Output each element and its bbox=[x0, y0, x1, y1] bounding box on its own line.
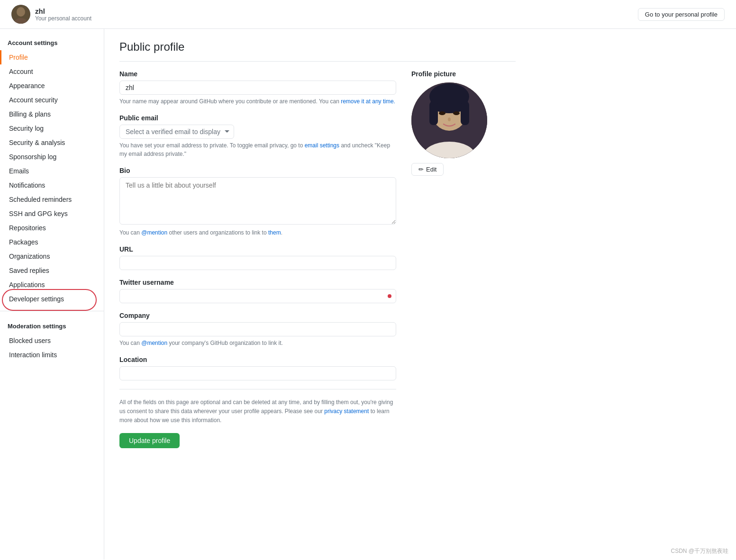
update-profile-button[interactable]: Update profile bbox=[119, 433, 180, 448]
watermark: CSDN @千万别熬夜哇 bbox=[671, 547, 728, 555]
name-input[interactable] bbox=[119, 81, 396, 95]
layout: Account settings Profile Account Appeara… bbox=[0, 29, 736, 560]
sidebar-item-emails[interactable]: Emails bbox=[0, 164, 104, 178]
bio-helper: You can @mention other users and organiz… bbox=[119, 228, 396, 237]
footer-note: All of the fields on this page are optio… bbox=[119, 398, 396, 425]
location-group: Location bbox=[119, 356, 396, 380]
twitter-validation-dot bbox=[388, 294, 391, 298]
sidebar-item-account[interactable]: Account bbox=[0, 64, 104, 79]
company-group: Company You can @mention your company's … bbox=[119, 312, 396, 347]
profile-picture-area: Profile picture bbox=[411, 70, 516, 448]
email-group: Public email Select a verified email to … bbox=[119, 114, 396, 158]
email-select[interactable]: Select a verified email to display bbox=[119, 125, 234, 139]
name-helper: Your name may appear around GitHub where… bbox=[119, 97, 396, 106]
sidebar-item-security-log[interactable]: Security log bbox=[0, 121, 104, 135]
form-area: Name Your name may appear around GitHub … bbox=[119, 70, 396, 448]
name-label: Name bbox=[119, 70, 396, 78]
go-to-profile-button[interactable]: Go to your personal profile bbox=[638, 8, 725, 21]
bio-mention: @mention bbox=[141, 229, 167, 236]
email-helper: You have set your email address to priva… bbox=[119, 141, 396, 158]
svg-point-9 bbox=[439, 111, 445, 115]
company-helper: You can @mention your company's GitHub o… bbox=[119, 339, 396, 347]
sidebar-item-developer-settings[interactable]: Developer settings bbox=[0, 292, 104, 306]
sidebar-item-repositories[interactable]: Repositories bbox=[0, 221, 104, 235]
page-title: Public profile bbox=[119, 40, 516, 62]
svg-point-11 bbox=[448, 117, 451, 121]
bio-helper-post: other users and organizations to link to bbox=[169, 229, 268, 236]
account-settings-title: Account settings bbox=[0, 36, 104, 50]
bio-group: Bio You can @mention other users and org… bbox=[119, 167, 396, 237]
profile-picture-svg bbox=[411, 82, 487, 158]
moderation-title: Moderation settings bbox=[0, 320, 104, 334]
email-label: Public email bbox=[119, 114, 396, 122]
email-settings-link[interactable]: email settings bbox=[305, 142, 339, 149]
edit-label: Edit bbox=[426, 166, 436, 173]
user-info: zhl Your personal account bbox=[11, 5, 91, 24]
profile-picture-inner bbox=[411, 82, 487, 158]
location-label: Location bbox=[119, 356, 396, 363]
company-mention: @mention bbox=[141, 340, 167, 346]
sidebar-item-security-analysis[interactable]: Security & analysis bbox=[0, 135, 104, 150]
bio-label: Bio bbox=[119, 167, 396, 174]
sidebar-item-profile[interactable]: Profile bbox=[0, 50, 104, 64]
username-label: zhl bbox=[35, 7, 91, 15]
moderation-section: Moderation settings Blocked users Intera… bbox=[0, 316, 104, 362]
pencil-icon: ✏ bbox=[418, 166, 424, 173]
twitter-label: Twitter username bbox=[119, 279, 396, 286]
sidebar-item-ssh-gpg[interactable]: SSH and GPG keys bbox=[0, 207, 104, 221]
personal-account-label: Your personal account bbox=[35, 15, 91, 22]
sidebar-item-scheduled-reminders[interactable]: Scheduled reminders bbox=[0, 192, 104, 207]
sidebar-item-packages[interactable]: Packages bbox=[0, 235, 104, 249]
sidebar: Account settings Profile Account Appeara… bbox=[0, 29, 104, 560]
svg-rect-8 bbox=[461, 101, 469, 125]
bio-them-link[interactable]: them bbox=[268, 229, 281, 236]
sidebar-item-appearance[interactable]: Appearance bbox=[0, 79, 104, 93]
twitter-input-wrapper bbox=[119, 289, 396, 303]
company-label: Company bbox=[119, 312, 396, 319]
content-grid: Name Your name may appear around GitHub … bbox=[119, 70, 516, 448]
sidebar-item-interaction-limits[interactable]: Interaction limits bbox=[0, 348, 104, 362]
sidebar-divider bbox=[0, 311, 104, 311]
sidebar-item-sponsorship-log[interactable]: Sponsorship log bbox=[0, 150, 104, 164]
sidebar-item-blocked-users[interactable]: Blocked users bbox=[0, 334, 104, 348]
sidebar-item-billing[interactable]: Billing & plans bbox=[0, 107, 104, 121]
name-group: Name Your name may appear around GitHub … bbox=[119, 70, 396, 106]
sidebar-item-account-security[interactable]: Account security bbox=[0, 93, 104, 107]
profile-picture-title: Profile picture bbox=[411, 70, 516, 78]
url-group: URL bbox=[119, 245, 396, 270]
bio-textarea[interactable] bbox=[119, 177, 396, 225]
sidebar-item-applications[interactable]: Applications bbox=[0, 278, 104, 292]
company-input[interactable] bbox=[119, 322, 396, 336]
sidebar-item-saved-replies[interactable]: Saved replies bbox=[0, 263, 104, 278]
svg-point-10 bbox=[453, 111, 460, 115]
svg-rect-7 bbox=[429, 101, 438, 125]
name-helper-link[interactable]: remove it at any time. bbox=[341, 98, 395, 105]
edit-profile-picture-button[interactable]: ✏ Edit bbox=[411, 163, 444, 176]
sidebar-item-organizations[interactable]: Organizations bbox=[0, 249, 104, 263]
location-input[interactable] bbox=[119, 366, 396, 380]
url-label: URL bbox=[119, 245, 396, 253]
profile-picture-circle bbox=[411, 82, 487, 158]
company-helper-post: your company's GitHub organization to li… bbox=[169, 340, 282, 346]
avatar bbox=[11, 5, 30, 24]
twitter-group: Twitter username bbox=[119, 279, 396, 303]
section-divider bbox=[119, 389, 396, 389]
privacy-statement-link[interactable]: privacy statement bbox=[324, 408, 369, 415]
top-bar: zhl Your personal account Go to your per… bbox=[0, 0, 736, 29]
main-content: Public profile Name Your name may appear… bbox=[104, 29, 531, 560]
url-input[interactable] bbox=[119, 256, 396, 270]
twitter-input[interactable] bbox=[119, 289, 396, 303]
developer-settings-wrapper: Developer settings bbox=[0, 292, 104, 306]
sidebar-item-notifications[interactable]: Notifications bbox=[0, 178, 104, 192]
svg-point-1 bbox=[17, 7, 25, 17]
